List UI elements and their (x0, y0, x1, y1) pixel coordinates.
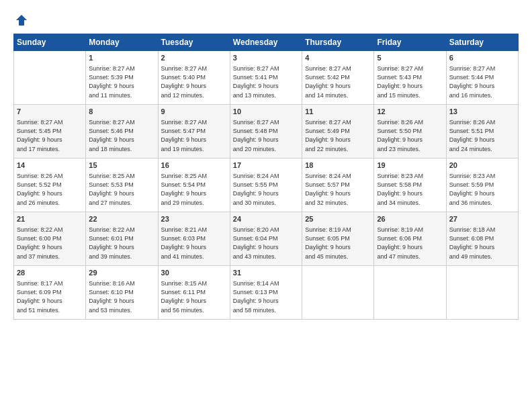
day-number: 2 (161, 53, 227, 63)
calendar-cell: 16Sunrise: 8:25 AMSunset: 5:54 PMDayligh… (158, 158, 230, 212)
day-info: Sunrise: 8:14 AMSunset: 6:13 PMDaylight:… (233, 279, 299, 314)
day-number: 20 (449, 161, 515, 171)
day-info: Sunrise: 8:27 AMSunset: 5:48 PMDaylight:… (233, 118, 299, 153)
day-info: Sunrise: 8:27 AMSunset: 5:45 PMDaylight:… (17, 118, 83, 153)
day-info: Sunrise: 8:27 AMSunset: 5:44 PMDaylight:… (449, 64, 515, 99)
calendar-cell: 29Sunrise: 8:16 AMSunset: 6:10 PMDayligh… (86, 266, 158, 320)
day-number: 1 (89, 53, 154, 63)
calendar-cell: 23Sunrise: 8:21 AMSunset: 6:03 PMDayligh… (158, 212, 230, 266)
calendar-cell: 10Sunrise: 8:27 AMSunset: 5:48 PMDayligh… (230, 105, 302, 158)
week-row-1: 1Sunrise: 8:27 AMSunset: 5:39 PMDaylight… (14, 51, 519, 105)
day-number: 31 (233, 268, 299, 278)
calendar-cell: 12Sunrise: 8:26 AMSunset: 5:50 PMDayligh… (374, 105, 446, 158)
calendar-cell: 13Sunrise: 8:26 AMSunset: 5:51 PMDayligh… (446, 105, 518, 158)
day-info: Sunrise: 8:17 AMSunset: 6:09 PMDaylight:… (17, 279, 83, 314)
calendar-cell: 9Sunrise: 8:27 AMSunset: 5:47 PMDaylight… (158, 105, 230, 158)
weekday-header-friday: Friday (374, 34, 446, 51)
weekday-header-tuesday: Tuesday (158, 34, 230, 51)
day-info: Sunrise: 8:22 AMSunset: 6:01 PMDaylight:… (89, 226, 154, 261)
calendar-cell: 18Sunrise: 8:24 AMSunset: 5:57 PMDayligh… (302, 158, 374, 212)
day-number: 3 (233, 53, 299, 63)
day-number: 10 (233, 107, 299, 117)
day-number: 25 (305, 214, 371, 224)
day-info: Sunrise: 8:27 AMSunset: 5:49 PMDaylight:… (305, 118, 371, 153)
day-number: 19 (377, 161, 443, 171)
day-info: Sunrise: 8:25 AMSunset: 5:54 PMDaylight:… (161, 172, 227, 207)
day-info: Sunrise: 8:24 AMSunset: 5:55 PMDaylight:… (233, 172, 299, 207)
day-number: 30 (161, 268, 227, 278)
calendar-cell: 22Sunrise: 8:22 AMSunset: 6:01 PMDayligh… (86, 212, 158, 266)
header (13, 13, 519, 27)
day-number: 13 (449, 107, 515, 117)
weekday-header-row: SundayMondayTuesdayWednesdayThursdayFrid… (14, 34, 519, 51)
calendar-cell: 26Sunrise: 8:19 AMSunset: 6:06 PMDayligh… (374, 212, 446, 266)
calendar-cell: 7Sunrise: 8:27 AMSunset: 5:45 PMDaylight… (14, 105, 86, 158)
calendar-cell (374, 266, 446, 320)
calendar-cell: 28Sunrise: 8:17 AMSunset: 6:09 PMDayligh… (14, 266, 86, 320)
calendar-cell: 2Sunrise: 8:27 AMSunset: 5:40 PMDaylight… (158, 51, 230, 105)
week-row-3: 14Sunrise: 8:26 AMSunset: 5:52 PMDayligh… (14, 158, 519, 212)
day-info: Sunrise: 8:21 AMSunset: 6:03 PMDaylight:… (161, 226, 227, 261)
calendar-cell (14, 51, 86, 105)
calendar-cell: 15Sunrise: 8:25 AMSunset: 5:53 PMDayligh… (86, 158, 158, 212)
calendar-cell: 3Sunrise: 8:27 AMSunset: 5:41 PMDaylight… (230, 51, 302, 105)
day-number: 23 (161, 214, 227, 224)
day-number: 15 (89, 161, 154, 171)
day-number: 29 (89, 268, 154, 278)
calendar-cell: 1Sunrise: 8:27 AMSunset: 5:39 PMDaylight… (86, 51, 158, 105)
day-info: Sunrise: 8:23 AMSunset: 5:58 PMDaylight:… (377, 172, 443, 207)
logo (13, 13, 28, 27)
calendar-cell: 6Sunrise: 8:27 AMSunset: 5:44 PMDaylight… (446, 51, 518, 105)
logo-icon (15, 13, 28, 27)
day-number: 8 (89, 107, 154, 117)
day-number: 11 (305, 107, 371, 117)
svg-marker-0 (16, 15, 27, 26)
calendar-cell: 8Sunrise: 8:27 AMSunset: 5:46 PMDaylight… (86, 105, 158, 158)
calendar-cell: 21Sunrise: 8:22 AMSunset: 6:00 PMDayligh… (14, 212, 86, 266)
day-info: Sunrise: 8:20 AMSunset: 6:04 PMDaylight:… (233, 226, 299, 261)
day-number: 18 (305, 161, 371, 171)
calendar-cell: 5Sunrise: 8:27 AMSunset: 5:43 PMDaylight… (374, 51, 446, 105)
day-number: 22 (89, 214, 154, 224)
weekday-header-thursday: Thursday (302, 34, 374, 51)
day-number: 16 (161, 161, 227, 171)
day-number: 6 (449, 53, 515, 63)
day-number: 21 (17, 214, 83, 224)
weekday-header-sunday: Sunday (14, 34, 86, 51)
calendar-cell (446, 266, 518, 320)
calendar-cell (302, 266, 374, 320)
day-info: Sunrise: 8:27 AMSunset: 5:40 PMDaylight:… (161, 64, 227, 99)
calendar-cell: 14Sunrise: 8:26 AMSunset: 5:52 PMDayligh… (14, 158, 86, 212)
day-info: Sunrise: 8:19 AMSunset: 6:05 PMDaylight:… (305, 226, 371, 261)
day-info: Sunrise: 8:26 AMSunset: 5:50 PMDaylight:… (377, 118, 443, 153)
day-number: 28 (17, 268, 83, 278)
day-number: 27 (449, 214, 515, 224)
calendar-cell: 27Sunrise: 8:18 AMSunset: 6:08 PMDayligh… (446, 212, 518, 266)
day-number: 17 (233, 161, 299, 171)
calendar-cell: 4Sunrise: 8:27 AMSunset: 5:42 PMDaylight… (302, 51, 374, 105)
day-info: Sunrise: 8:18 AMSunset: 6:08 PMDaylight:… (449, 226, 515, 261)
week-row-2: 7Sunrise: 8:27 AMSunset: 5:45 PMDaylight… (14, 105, 519, 158)
calendar-cell: 25Sunrise: 8:19 AMSunset: 6:05 PMDayligh… (302, 212, 374, 266)
calendar-cell: 19Sunrise: 8:23 AMSunset: 5:58 PMDayligh… (374, 158, 446, 212)
day-info: Sunrise: 8:15 AMSunset: 6:11 PMDaylight:… (161, 279, 227, 314)
week-row-4: 21Sunrise: 8:22 AMSunset: 6:00 PMDayligh… (14, 212, 519, 266)
calendar-table: SundayMondayTuesdayWednesdayThursdayFrid… (13, 34, 519, 320)
day-info: Sunrise: 8:22 AMSunset: 6:00 PMDaylight:… (17, 226, 83, 261)
calendar-cell: 30Sunrise: 8:15 AMSunset: 6:11 PMDayligh… (158, 266, 230, 320)
calendar-cell: 20Sunrise: 8:23 AMSunset: 5:59 PMDayligh… (446, 158, 518, 212)
day-info: Sunrise: 8:25 AMSunset: 5:53 PMDaylight:… (89, 172, 154, 207)
day-number: 4 (305, 53, 371, 63)
day-info: Sunrise: 8:27 AMSunset: 5:39 PMDaylight:… (89, 64, 154, 99)
day-info: Sunrise: 8:27 AMSunset: 5:46 PMDaylight:… (89, 118, 154, 153)
day-info: Sunrise: 8:19 AMSunset: 6:06 PMDaylight:… (377, 226, 443, 261)
day-info: Sunrise: 8:27 AMSunset: 5:47 PMDaylight:… (161, 118, 227, 153)
day-info: Sunrise: 8:26 AMSunset: 5:51 PMDaylight:… (449, 118, 515, 153)
week-row-5: 28Sunrise: 8:17 AMSunset: 6:09 PMDayligh… (14, 266, 519, 320)
day-info: Sunrise: 8:27 AMSunset: 5:41 PMDaylight:… (233, 64, 299, 99)
day-info: Sunrise: 8:23 AMSunset: 5:59 PMDaylight:… (449, 172, 515, 207)
day-info: Sunrise: 8:27 AMSunset: 5:42 PMDaylight:… (305, 64, 371, 99)
calendar-cell: 11Sunrise: 8:27 AMSunset: 5:49 PMDayligh… (302, 105, 374, 158)
weekday-header-saturday: Saturday (446, 34, 518, 51)
weekday-header-monday: Monday (86, 34, 158, 51)
